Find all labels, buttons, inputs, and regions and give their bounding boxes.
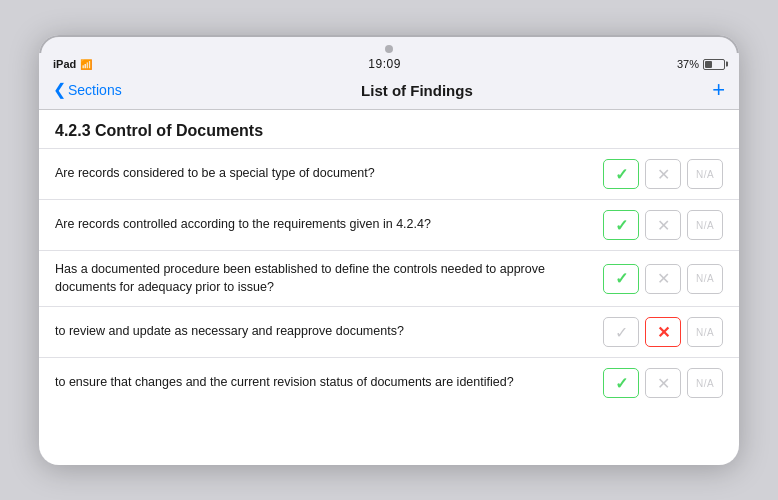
answer-buttons: ✓ ✕ N/A [603,159,723,189]
checkmark-icon: ✓ [615,323,628,342]
answer-buttons: ✓ ✕ N/A [603,317,723,347]
checkmark-icon: ✓ [615,165,628,184]
no-button[interactable]: ✕ [645,317,681,347]
cross-icon: ✕ [657,216,670,235]
status-bar: iPad 📶 19:09 37% [39,53,739,73]
yes-button[interactable]: ✓ [603,159,639,189]
question-row: to ensure that changes and the current r… [39,357,739,408]
no-button[interactable]: ✕ [645,264,681,294]
na-button[interactable]: N/A [687,368,723,398]
yes-button[interactable]: ✓ [603,368,639,398]
na-button[interactable]: N/A [687,317,723,347]
question-text: Are records controlled according to the … [55,216,593,234]
question-text: Are records considered to be a special t… [55,165,593,183]
na-label: N/A [696,220,714,231]
yes-button[interactable]: ✓ [603,264,639,294]
na-button[interactable]: N/A [687,210,723,240]
section-header: 4.2.3 Control of Documents [39,110,739,148]
answer-buttons: ✓ ✕ N/A [603,210,723,240]
wifi-icon: 📶 [80,59,92,70]
cross-red-icon: ✕ [657,323,670,342]
back-label: Sections [68,82,122,98]
question-row: to review and update as necessary and re… [39,306,739,357]
question-text: to ensure that changes and the current r… [55,374,593,392]
question-text: to review and update as necessary and re… [55,323,593,341]
cross-icon: ✕ [657,165,670,184]
question-text: Has a documented procedure been establis… [55,261,593,296]
checkmark-icon: ✓ [615,374,628,393]
battery-icon [703,59,725,70]
na-label: N/A [696,327,714,338]
question-row: Are records considered to be a special t… [39,148,739,199]
status-time: 19:09 [368,57,401,71]
battery-pct-label: 37% [677,58,699,70]
status-left: iPad 📶 [53,58,92,70]
home-indicator [385,45,393,53]
back-button[interactable]: ❮ Sections [53,82,122,98]
device-label: iPad [53,58,76,70]
answer-buttons: ✓ ✕ N/A [603,264,723,294]
navigation-bar: ❮ Sections List of Findings + [39,73,739,110]
yes-button[interactable]: ✓ [603,317,639,347]
question-row: Has a documented procedure been establis… [39,250,739,306]
no-button[interactable]: ✕ [645,368,681,398]
status-right: 37% [677,58,725,70]
yes-button[interactable]: ✓ [603,210,639,240]
na-label: N/A [696,273,714,284]
answer-buttons: ✓ ✕ N/A [603,368,723,398]
checkmark-icon: ✓ [615,269,628,288]
na-button[interactable]: N/A [687,264,723,294]
content-area: 4.2.3 Control of Documents Are records c… [39,110,739,465]
na-label: N/A [696,169,714,180]
section-title: 4.2.3 Control of Documents [55,122,723,140]
no-button[interactable]: ✕ [645,210,681,240]
na-label: N/A [696,378,714,389]
cross-icon: ✕ [657,269,670,288]
cross-icon: ✕ [657,374,670,393]
no-button[interactable]: ✕ [645,159,681,189]
chevron-left-icon: ❮ [53,82,66,98]
nav-title: List of Findings [361,82,473,99]
question-row: Are records controlled according to the … [39,199,739,250]
add-button[interactable]: + [712,79,725,101]
ipad-frame: iPad 📶 19:09 37% ❮ Sections List of Find… [39,35,739,465]
checkmark-icon: ✓ [615,216,628,235]
na-button[interactable]: N/A [687,159,723,189]
